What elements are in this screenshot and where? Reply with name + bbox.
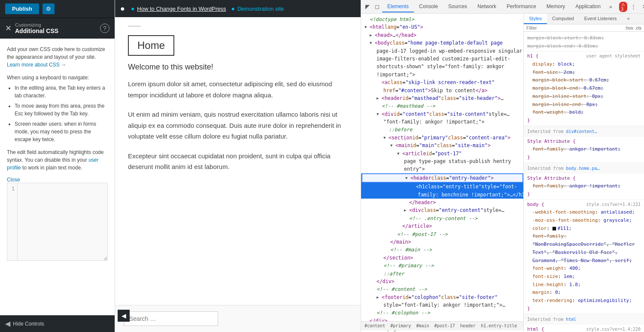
dom-line[interactable]: </article> — [361, 222, 523, 230]
dom-line[interactable]: ::after — [361, 270, 523, 278]
tab-event-listeners[interactable]: Event Listeners — [579, 14, 622, 24]
style-rule-h1: h1 {user agent stylesheet display: block… — [524, 51, 644, 126]
dom-line[interactable]: !important;"> — [361, 71, 523, 78]
dom-line[interactable]: ::before — [361, 126, 523, 133]
dom-line[interactable]: <body class="home page-template-default … — [361, 39, 523, 47]
tab-elements[interactable]: Elements — [382, 1, 414, 12]
dom-line[interactable]: <section id="primary" class="content-are… — [361, 134, 523, 142]
tab-sources[interactable]: Sources — [443, 1, 472, 12]
style-rule-html1: html {style.css?ver=1.4:220 font-size: 2… — [524, 325, 644, 332]
dom-line[interactable]: <head>…</head> — [361, 31, 523, 39]
preview-nav-arrow[interactable]: ◀ — [118, 310, 130, 322]
keyboard-bullets: In the editing area, the Tab key enters … — [7, 84, 108, 143]
keyboard-bullet-2: To move away from this area, press the E… — [15, 102, 108, 118]
help-button[interactable]: ? — [100, 24, 109, 33]
dom-line[interactable]: style="font-family: ankgor !important;">… — [361, 301, 523, 309]
devtools-tabs: Elements Console Sources Network Perform… — [382, 1, 616, 12]
tab-application[interactable]: Application — [570, 1, 606, 12]
styles-panel: Styles Computed Event Listeners » :hov .… — [524, 14, 644, 332]
style-rule: margin-block-start: 0.83em; margin-block… — [524, 33, 644, 51]
dom-line[interactable]: <!-- #content --> — [361, 285, 523, 293]
inherited-header-html: Inherited from html — [524, 314, 644, 325]
publish-button[interactable]: Publish — [5, 3, 39, 14]
devtools-more-button[interactable]: ⋮ — [628, 2, 639, 12]
styles-filter-cls[interactable]: .cls — [635, 26, 641, 30]
styles-content: margin-block-start: 0.83em; margin-block… — [524, 32, 644, 332]
search-input[interactable] — [124, 311, 218, 326]
dom-line[interactable]: <div id="content" class="site-content" s… — [361, 110, 523, 118]
dom-line[interactable]: href="#content">Skip to content</a> — [361, 87, 523, 94]
dom-line[interactable]: page-id-17 logged-in wp-embed-responsive… — [361, 47, 523, 55]
dom-line[interactable]: <main id="main" class="site-main"> — [361, 142, 523, 149]
dom-line[interactable]: image-filters-enabled customize-partial-… — [361, 55, 523, 63]
devtools-inspect-icon[interactable]: ◤ — [363, 2, 372, 12]
tab-performance[interactable]: Performance — [501, 1, 541, 12]
site-name-link[interactable]: Demonstration site — [237, 6, 284, 12]
tab-computed[interactable]: Computed — [547, 14, 579, 24]
learn-css-link[interactable]: Learn more about CSS — [7, 62, 60, 68]
dom-breadcrumb: #content #primary #main #post-17 header … — [361, 321, 523, 330]
sidebar: Publish ⚙ ✕ Customizing Additional CSS ?… — [0, 0, 115, 332]
dom-line[interactable]: <!-- .entry-content --> — [361, 214, 523, 222]
dom-line[interactable]: </header> — [361, 199, 523, 206]
devtools-close-button[interactable]: ✕ — [640, 2, 644, 12]
devtools-topbar: ◤ ◻ Elements Console Sources Network Per… — [361, 0, 644, 14]
css-editor-area: 1 — [7, 183, 108, 261]
wp-logo-icon: ● — [120, 4, 125, 13]
sidebar-note: The edit field automatically highlights … — [7, 148, 108, 172]
dom-line[interactable]: </section> — [361, 254, 523, 262]
dom-line-highlighted[interactable]: <header class="entry-header"> — [361, 173, 523, 183]
site-divider — [128, 26, 141, 27]
publish-bar: Publish ⚙ — [0, 0, 115, 18]
sidebar-footer: ◀ Hide Controls — [0, 315, 115, 332]
dom-line[interactable]: </div> — [361, 278, 523, 285]
dom-line[interactable]: </main> — [361, 238, 523, 246]
css-editor-textarea[interactable] — [18, 183, 107, 260]
dom-line[interactable]: <!-- #main --> — [361, 246, 523, 254]
user-profile-link[interactable]: user profile — [7, 157, 98, 171]
back-button[interactable]: ◀ — [5, 320, 10, 328]
dom-line[interactable]: <!-- #masthead --> — [361, 102, 523, 110]
dom-line[interactable]: page type-page status-publish hentry — [361, 157, 523, 165]
breadcrumb: ● How to Change Fonts in WordPress ● Dem… — [131, 5, 284, 12]
dom-line-selected[interactable]: <h1 class="entry-title" style="font- — [361, 183, 523, 190]
site-welcome-text: Welcome to this website! — [128, 63, 348, 72]
devtools-device-icon[interactable]: ◻ — [372, 2, 382, 12]
preview-frame-wrapper: Home Welcome to this website! Lorem ipsu… — [115, 17, 361, 332]
preview-frame: Home Welcome to this website! Lorem ipsu… — [115, 17, 361, 332]
close-link[interactable]: Close — [7, 177, 20, 183]
dom-line[interactable]: <article id="post-17" — [361, 150, 523, 157]
dom-line[interactable]: <!doctype html> — [361, 15, 523, 23]
page-title-link[interactable]: How to Change Fonts in WordPress — [137, 6, 226, 12]
dom-line[interactable]: <html lang="en-US"> — [361, 23, 523, 31]
dom-line[interactable]: entry"> — [361, 165, 523, 173]
dom-line[interactable]: "font-family: ankgor !important;"> — [361, 118, 523, 126]
style-rule-attr1: Style Attribute { font-family: ankgor !i… — [524, 137, 644, 163]
main-preview: ● ● How to Change Fonts in WordPress ● D… — [115, 0, 361, 332]
dom-line[interactable]: <!-- #primary --> — [361, 262, 523, 269]
preview-search-bar: ◀ — [115, 305, 361, 332]
tab-network[interactable]: Network — [472, 1, 501, 12]
styles-filter-input[interactable] — [526, 25, 623, 30]
dom-line[interactable]: shortcuts-shown" style="font-family: ank… — [361, 63, 523, 70]
styles-filter-hov[interactable]: :hov — [625, 26, 633, 30]
styles-tabs: Styles Computed Event Listeners » — [524, 14, 644, 24]
tab-styles[interactable]: Styles — [524, 14, 547, 24]
dom-line[interactable]: <a class="skip-link screen-reader-text" — [361, 78, 523, 86]
tab-styles-more[interactable]: » — [622, 14, 635, 24]
site-home-label: Home — [128, 35, 174, 56]
keyboard-header: When using a keyboard to navigate: — [7, 75, 108, 81]
dom-line[interactable]: <!-- #colophon --> — [361, 309, 523, 317]
dom-line[interactable]: <header id="masthead" class="site-header… — [361, 94, 523, 102]
tab-console[interactable]: Console — [414, 1, 443, 12]
dom-line[interactable]: <!-- #post-17 --> — [361, 230, 523, 238]
dom-line-selected-cont[interactable]: family: benchnine !important;">…</h1 — [361, 191, 523, 199]
dom-line[interactable]: <div class="entry-content" style=… — [361, 206, 523, 214]
sidebar-content: Add your own CSS code here to customize … — [0, 39, 115, 315]
tab-more[interactable]: » — [606, 2, 616, 12]
dom-line[interactable]: <footer id="colophon" class="site-footer… — [361, 293, 523, 301]
sidebar-close-button[interactable]: ✕ — [5, 24, 12, 32]
publish-gear-button[interactable]: ⚙ — [43, 3, 55, 14]
tab-memory[interactable]: Memory — [541, 1, 570, 12]
hide-controls-button[interactable]: Hide Controls — [13, 321, 44, 327]
